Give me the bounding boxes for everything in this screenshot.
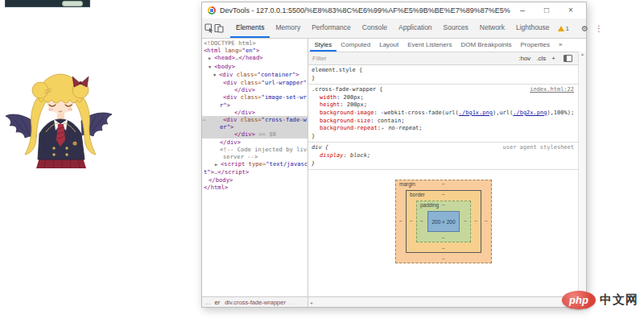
css-resource-link[interactable]: ./bg1x.png [459, 110, 493, 116]
tab-properties[interactable]: Properties [516, 39, 554, 52]
margin-right-value[interactable]: − [485, 218, 488, 224]
inspect-icon[interactable] [204, 22, 214, 35]
code-line[interactable]: ▼<body> [202, 63, 308, 71]
expand-arrow-icon: ▼ [208, 64, 214, 71]
breadcrumb-item[interactable]: div.cross-fade-wrapper [225, 299, 286, 306]
filter-controls: :hov.cls+ [513, 55, 555, 62]
code-line[interactable]: <!DOCTYPE html> [202, 39, 308, 47]
warning-badge[interactable]: 1 [558, 25, 569, 32]
code-line[interactable]: background-size: contain; [308, 118, 579, 126]
tab-layout[interactable]: Layout [375, 39, 403, 52]
padding-bottom-value[interactable]: − [395, 235, 492, 241]
device-toolbar-icon[interactable] [214, 22, 224, 35]
close-button[interactable]: × [559, 2, 583, 19]
code-line[interactable]: .cross-fade-wrapper {index.html:22 [308, 86, 579, 94]
code-tag: </div> [220, 139, 241, 146]
code-line[interactable]: height: 200px; [308, 101, 579, 110]
code-text: } [312, 133, 315, 139]
code-line[interactable]: div {user agent stylesheet [308, 144, 579, 152]
code-line[interactable]: display: block; [308, 152, 579, 160]
code-attr-name: class= [237, 79, 261, 86]
padding-top-value[interactable]: − [395, 202, 492, 208]
elements-panel: <!DOCTYPE html><html lang="en">▶<head>…<… [202, 39, 586, 307]
css-source-link[interactable]: index.html:22 [530, 86, 574, 94]
code-line[interactable]: background-image: -webkit-cross-fade(url… [308, 110, 579, 118]
code-line[interactable]: </div> [202, 86, 308, 93]
tab-sources[interactable]: Sources [438, 19, 474, 38]
code-line[interactable]: width: 200px; [308, 94, 579, 102]
tab-[interactable]: » [555, 39, 567, 52]
styles-filter-input[interactable]: Filter [312, 55, 513, 62]
code-meta: user agent stylesheet [502, 144, 574, 152]
tab-console[interactable]: Console [357, 19, 393, 38]
box-model-diagram[interactable]: 200 × 200 margin border padding − − − − … [395, 180, 492, 263]
maximize-button[interactable]: □ [535, 2, 559, 19]
box-model-content[interactable]: 200 × 200 [427, 211, 460, 232]
code-line[interactable]: } [308, 133, 579, 141]
padding-right-value[interactable]: − [464, 218, 467, 224]
panel-layout-icon[interactable] [564, 55, 572, 62]
tab-dom-breakpoints[interactable]: DOM Breakpoints [456, 39, 516, 52]
border-top-value[interactable]: − [395, 192, 492, 197]
code-line[interactable]: </html> [202, 184, 308, 191]
tab-application[interactable]: Application [393, 19, 438, 38]
code-line[interactable]: <!-- Code injected by live [202, 146, 308, 153]
css-resource-link[interactable]: ./bg2x.png [513, 110, 547, 116]
menu-kebab-icon[interactable]: ⋮ [592, 24, 606, 33]
code-line[interactable]: element.style { [308, 67, 579, 75]
code-attr-value: "text/javascr [266, 160, 308, 168]
code-line[interactable]: server --> [202, 153, 308, 160]
css-property-name: background-image [320, 110, 374, 116]
tab-styles[interactable]: Styles [310, 39, 336, 52]
code-tag: </div> [234, 130, 255, 138]
code-line[interactable]: <html lang="en"> [202, 47, 308, 54]
tab-performance[interactable]: Performance [306, 19, 357, 38]
tab-network[interactable]: Network [474, 19, 510, 38]
devtools-titlebar[interactable]: DevTools - 127.0.0.1:5500/%E8%83%8C%E6%9… [202, 2, 586, 19]
code-line[interactable]: </div> [202, 109, 308, 116]
styles-vertical-scrollbar[interactable]: ▲ ▼ [578, 52, 586, 297]
code-line[interactable]: ⋯<div class="cross-fade-w [202, 116, 308, 123]
settings-gear-icon[interactable]: ⚙ [578, 24, 592, 33]
code-text: : 200px; [340, 101, 367, 108]
code-line[interactable]: } [308, 160, 579, 168]
rule-cross-fade-wrapper: .cross-fade-wrapper {index.html:22width:… [308, 85, 579, 143]
code-line[interactable]: ▶<script type="text/javascr [202, 160, 308, 168]
margin-top-value[interactable]: − [395, 181, 492, 187]
border-left-value[interactable]: − [410, 218, 413, 224]
warning-count: 1 [566, 25, 569, 32]
margin-bottom-value[interactable]: − [395, 256, 492, 262]
code-line[interactable]: er"> [202, 123, 308, 130]
code-line[interactable]: ▶<head>…</head> [202, 54, 308, 62]
code-line[interactable]: </body> [202, 176, 308, 184]
tab-elements[interactable]: Elements [230, 19, 270, 38]
code-text: : contain; [370, 118, 404, 124]
tab-event-listeners[interactable]: Event Listeners [403, 39, 456, 52]
code-line[interactable]: r"> [202, 101, 308, 109]
tab-memory[interactable]: Memory [270, 19, 306, 38]
code-line[interactable]: <div class="image-set-wr [202, 93, 308, 101]
border-bottom-value[interactable]: − [395, 246, 492, 251]
code-line[interactable]: t">…</script> [202, 168, 308, 176]
code-line[interactable]: background-repeat:▸ no-repeat; [308, 125, 579, 133]
tab-computed[interactable]: Computed [336, 39, 375, 52]
code-line[interactable]: ▼<div class="container"> [202, 71, 308, 79]
margin-left-value[interactable]: − [399, 218, 402, 224]
minimize-button[interactable]: – [510, 2, 535, 19]
border-right-value[interactable]: − [474, 218, 477, 224]
scroll-up-icon[interactable]: ▲ [580, 52, 584, 56]
scroll-left-icon[interactable]: ◂ [310, 300, 312, 305]
tab-lighthouse[interactable]: Lighthouse [510, 19, 555, 38]
code-line[interactable]: </div> == $0 [202, 130, 308, 138]
code-line[interactable]: } [308, 75, 579, 83]
code-line[interactable]: <div class="url-wrapper" [202, 79, 308, 86]
code-line[interactable]: </div> [202, 139, 308, 146]
code-text: .cross-fade-wrapper { [312, 86, 383, 93]
filter-control[interactable]: :hov [518, 55, 530, 62]
padding-left-value[interactable]: − [420, 218, 423, 224]
filter-control[interactable]: .cls [536, 55, 546, 62]
filter-control[interactable]: + [551, 55, 555, 62]
styles-horizontal-scrollbar[interactable]: ◂ [308, 296, 586, 307]
css-property-name: width [320, 94, 336, 101]
code-tag: </head> [238, 54, 262, 61]
